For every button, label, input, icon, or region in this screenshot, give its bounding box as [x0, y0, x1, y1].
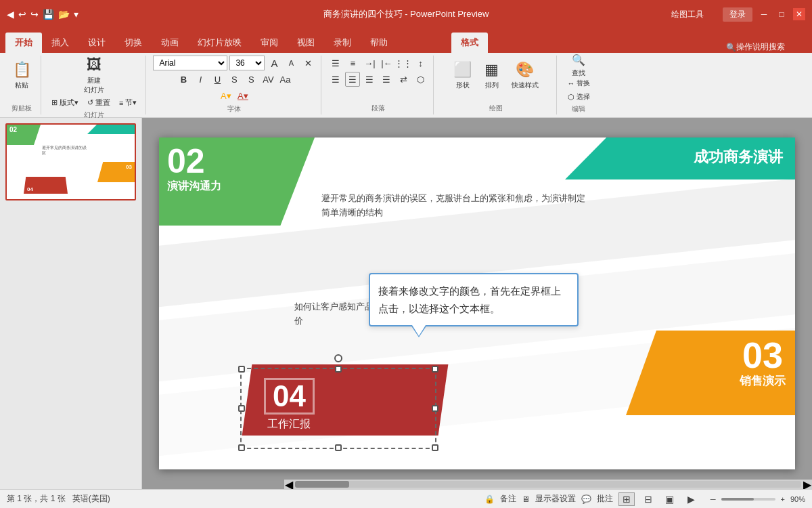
- bold-button[interactable]: B: [176, 72, 191, 87]
- scroll-track: [295, 481, 801, 488]
- open-icon[interactable]: 📂: [58, 9, 70, 20]
- font-row3: A▾ A▾: [219, 88, 250, 103]
- font-grow-button[interactable]: A: [267, 56, 281, 70]
- tab-transition[interactable]: 切换: [115, 33, 152, 53]
- numbering-button[interactable]: ≡: [345, 56, 360, 70]
- bullets-button[interactable]: ☰: [328, 56, 343, 70]
- shape-button[interactable]: ⬜ 形状: [449, 56, 476, 95]
- slide-canvas: 02 演讲沟通力 成功商务演讲 03 销售演示 04 工作汇报: [159, 137, 795, 469]
- justify-button[interactable]: ☰: [379, 72, 394, 87]
- new-slide-button[interactable]: 🖼 新建 幻灯片: [80, 56, 108, 95]
- zoom-increase-button[interactable]: +: [781, 495, 785, 503]
- close-button[interactable]: ✕: [793, 8, 805, 20]
- slide-text-1: 避开常见的商务演讲的误区，克服讲台上的紧张和焦虑，为演讲制定简单清晰的结构: [321, 192, 592, 220]
- undo-icon[interactable]: ↩: [18, 9, 26, 20]
- paste-button[interactable]: 📋 粘贴: [8, 56, 35, 95]
- slide-sorter-button[interactable]: ⊟: [640, 492, 656, 506]
- zoom-decrease-button[interactable]: ─: [710, 495, 716, 503]
- line-spacing-button[interactable]: ↕: [413, 56, 428, 70]
- strikethrough-button[interactable]: S: [227, 72, 242, 87]
- ribbon-toolbar: 📋 粘贴 剪贴板 🖼 新建 幻灯片 ⊞ 版式▾ ↺ 重置 ≡ 节▾: [0, 53, 812, 118]
- tab-design[interactable]: 设计: [78, 33, 115, 53]
- reset-button[interactable]: ↺ 重置: [84, 96, 114, 109]
- tab-insert[interactable]: 插入: [42, 33, 78, 53]
- callout-text: 接着来修改文字的颜色，首先在定界框上点击，以选择这个文本框。: [378, 285, 561, 314]
- save-icon[interactable]: 💾: [43, 9, 54, 20]
- edit-row2: ↔ 替换: [564, 77, 593, 89]
- quick-style-button[interactable]: 🎨 快速样式: [508, 56, 543, 95]
- handle-bc[interactable]: [335, 444, 342, 451]
- tab-view[interactable]: 视图: [288, 33, 324, 53]
- display-label[interactable]: 显示器设置: [535, 493, 576, 505]
- shadow-button[interactable]: S: [244, 72, 258, 87]
- scroll-thumb[interactable]: [295, 481, 349, 488]
- arrange-button[interactable]: ▦ 排列: [478, 56, 505, 95]
- font-color-bg-button[interactable]: A▾: [219, 88, 233, 103]
- notes-label[interactable]: 备注: [500, 493, 516, 505]
- reading-view-button[interactable]: ▣: [662, 492, 678, 506]
- horizontal-scrollbar[interactable]: ◀ ▶: [284, 480, 812, 489]
- handle-mr[interactable]: [432, 405, 438, 412]
- font-family-select[interactable]: Arial: [153, 56, 227, 70]
- clear-format-button[interactable]: ✕: [300, 56, 315, 70]
- para-row2: ☰ ☰ ☰ ☰ ⇄ ⬡: [328, 72, 428, 87]
- align-center-button[interactable]: ☰: [345, 72, 360, 87]
- scroll-left-button[interactable]: ◀: [284, 480, 294, 489]
- slide-thumbnail-1[interactable]: 1 02 成功商务 03 04 避开常见的商务演讲的误区: [5, 123, 136, 200]
- handle-br[interactable]: [432, 444, 438, 451]
- select-button[interactable]: ⬡ 选择: [564, 91, 593, 103]
- main-canvas[interactable]: 02 演讲沟通力 成功商务演讲 03 销售演示 04 工作汇报: [142, 118, 812, 489]
- tab-review[interactable]: 审阅: [251, 33, 288, 53]
- app-body: 1 02 成功商务 03 04 避开常见的商务演讲的误区: [0, 118, 812, 489]
- font-size-select[interactable]: 36: [229, 56, 265, 70]
- slide-title: 演讲沟通力: [167, 179, 221, 194]
- tab-start[interactable]: 开始: [5, 33, 42, 53]
- title-bar-right: 绘图工具 登录 ─ □ ✕: [671, 7, 805, 22]
- clipboard-row: 📋 粘贴: [8, 56, 35, 95]
- search-area[interactable]: 🔍 操作说明搜索: [719, 41, 792, 53]
- convert-to-smartart-button[interactable]: ⬡: [413, 72, 428, 87]
- indent-more-button[interactable]: →|: [362, 56, 377, 70]
- tab-animation[interactable]: 动画: [152, 33, 188, 53]
- back-icon[interactable]: ◀: [7, 9, 14, 20]
- handle-tl[interactable]: [238, 366, 245, 373]
- handle-tc[interactable]: [335, 366, 342, 373]
- zoom-slider[interactable]: [721, 498, 775, 501]
- align-right-button[interactable]: ☰: [362, 72, 377, 87]
- login-button[interactable]: 登录: [723, 7, 752, 22]
- underline-button[interactable]: U: [210, 72, 225, 87]
- maximize-button[interactable]: □: [775, 8, 788, 20]
- tab-slideshow[interactable]: 幻灯片放映: [188, 33, 251, 53]
- tab-record[interactable]: 录制: [324, 33, 361, 53]
- slideshow-button[interactable]: ▶: [683, 492, 700, 506]
- handle-ml[interactable]: [238, 405, 245, 412]
- customize-icon[interactable]: ▾: [74, 9, 78, 20]
- align-left-button[interactable]: ☰: [328, 72, 343, 87]
- layout-button[interactable]: ⊞ 版式▾: [48, 96, 82, 109]
- rotate-handle[interactable]: [334, 354, 342, 362]
- minimize-button[interactable]: ─: [758, 8, 770, 20]
- normal-view-button[interactable]: ⊞: [618, 492, 635, 506]
- find-icon: 🔍: [572, 54, 585, 66]
- text-direction-button[interactable]: ⇄: [396, 72, 411, 87]
- section-button[interactable]: ≡ 节▾: [116, 96, 140, 109]
- spacing-button[interactable]: AV: [261, 72, 275, 87]
- tab-format[interactable]: 格式: [451, 33, 488, 53]
- indent-less-button[interactable]: |←: [379, 56, 394, 70]
- yellow-label: 销售演示: [740, 373, 786, 389]
- comments-label[interactable]: 批注: [597, 493, 613, 505]
- handle-bl[interactable]: [238, 444, 245, 451]
- italic-button[interactable]: I: [193, 72, 208, 87]
- column-button[interactable]: ⋮⋮: [396, 56, 411, 70]
- layout-label: 版式▾: [60, 98, 78, 108]
- replace-button[interactable]: ↔ 替换: [564, 77, 593, 89]
- scroll-right-button[interactable]: ▶: [803, 480, 812, 489]
- find-button[interactable]: 🔍 查找: [565, 56, 592, 76]
- font-shrink-button[interactable]: A: [284, 56, 298, 70]
- callout-box[interactable]: 接着来修改文字的颜色，首先在定界框上点击，以选择这个文本框。: [369, 273, 579, 326]
- case-button[interactable]: Aa: [277, 72, 292, 87]
- tab-help[interactable]: 帮助: [361, 33, 397, 53]
- handle-tr[interactable]: [432, 366, 438, 373]
- font-color-button[interactable]: A▾: [235, 88, 250, 103]
- redo-icon[interactable]: ↪: [30, 9, 39, 20]
